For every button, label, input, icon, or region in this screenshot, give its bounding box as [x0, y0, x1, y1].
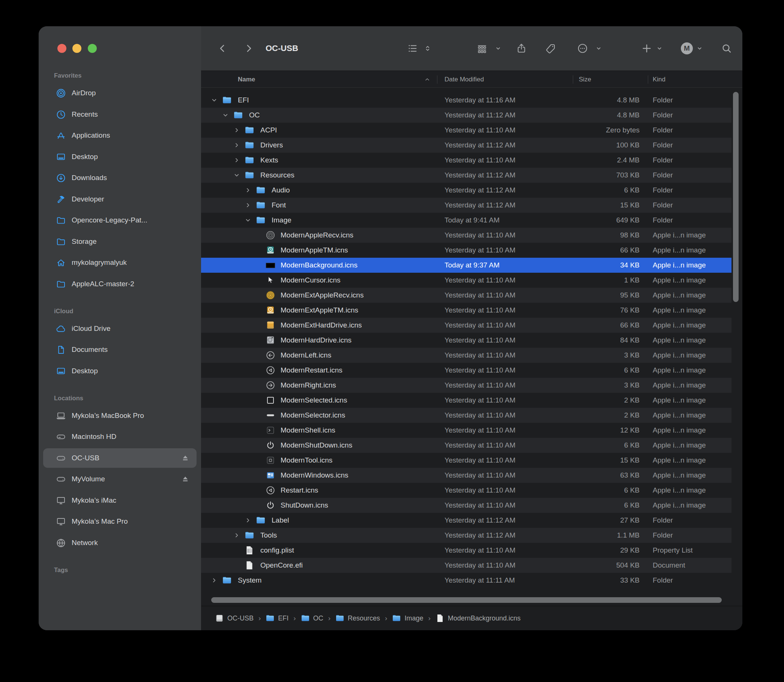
more-actions-chevron-icon[interactable] — [595, 45, 602, 52]
file-row-moderntool-icns[interactable]: ModernTool.icnsYesterday at 11:10 AM15 K… — [201, 453, 731, 468]
path-item-modernbackground-icns[interactable]: ModernBackground.icns — [435, 614, 521, 623]
file-row-modernappletm-icns[interactable]: ModernAppleTM.icnsYesterday at 11:10 AM6… — [201, 243, 731, 258]
group-by-chevron-icon[interactable] — [494, 45, 502, 52]
sidebar-item-opencore-legacy-pat[interactable]: Opencore-Legacy-Pat... — [43, 210, 196, 230]
file-row-modernshell-icns[interactable]: ModernShell.icnsYesterday at 11:10 AM12 … — [201, 423, 731, 438]
disclosure-triangle-icon[interactable] — [234, 158, 239, 163]
horizontal-scrollbar[interactable] — [211, 597, 722, 603]
share-icon[interactable] — [516, 43, 527, 54]
file-row-opencore-efi[interactable]: OpenCore.efiYesterday at 11:10 AM504 KBD… — [201, 558, 731, 573]
sidebar-item-downloads[interactable]: Downloads — [43, 168, 196, 188]
column-header-name[interactable]: Name — [238, 71, 255, 88]
new-item-chevron-icon[interactable] — [656, 45, 663, 52]
minimize-window-button[interactable] — [72, 44, 81, 53]
file-row-modernextappletm-icns[interactable]: ModernExtAppleTM.icnsYesterday at 11:10 … — [201, 303, 731, 318]
sidebar-item-applications[interactable]: Applications — [43, 126, 196, 145]
file-row-moderncursor-icns[interactable]: ModernCursor.icnsYesterday at 11:10 AM1 … — [201, 273, 731, 288]
avatar-chevron-icon[interactable] — [696, 45, 703, 52]
file-row-modernextharddrive-icns[interactable]: ModernExtHardDrive.icnsYesterday at 11:1… — [201, 318, 731, 333]
column-header-date-modified[interactable]: Date Modified — [445, 71, 484, 88]
sidebar-item-oc-usb[interactable]: OC-USB — [43, 448, 196, 468]
sidebar-item-storage[interactable]: Storage — [43, 232, 196, 251]
disclosure-triangle-icon[interactable] — [245, 218, 250, 223]
eject-icon[interactable] — [181, 475, 190, 484]
file-row-modernleft-icns[interactable]: ModernLeft.icnsYesterday at 11:10 AM3 KB… — [201, 348, 731, 363]
file-row-restart-icns[interactable]: Restart.icnsYesterday at 11:10 AM6 KBApp… — [201, 483, 731, 498]
sidebar-item-mykolagrymalyuk[interactable]: mykolagrymalyuk — [43, 253, 196, 272]
tag-icon[interactable] — [545, 43, 556, 54]
disclosure-triangle-icon[interactable] — [245, 518, 250, 523]
disclosure-triangle-icon[interactable] — [234, 172, 239, 178]
disclosure-triangle-icon[interactable] — [212, 578, 217, 583]
sidebar-item-desktop[interactable]: Desktop — [43, 147, 196, 167]
sidebar-item-mykola-s-imac[interactable]: Mykola’s iMac — [43, 491, 196, 510]
file-row-modernselector-icns[interactable]: ModernSelector.icnsYesterday at 11:10 AM… — [201, 408, 731, 423]
sidebar-item-mykola-s-mac-pro[interactable]: Mykola’s Mac Pro — [43, 512, 196, 531]
file-row-tools[interactable]: ToolsYesterday at 11:12 AM1.1 MBFolder — [201, 528, 731, 543]
disclosure-triangle-icon[interactable] — [245, 202, 250, 208]
file-row-drivers[interactable]: DriversYesterday at 11:12 AM100 KBFolder — [201, 138, 731, 153]
column-header-kind[interactable]: Kind — [653, 71, 666, 88]
file-row-modernapplerecv-icns[interactable]: ModernAppleRecv.icnsYesterday at 11:10 A… — [201, 228, 731, 243]
file-row-modernright-icns[interactable]: ModernRight.icnsYesterday at 11:10 AM3 K… — [201, 378, 731, 393]
disclosure-triangle-icon[interactable] — [234, 533, 239, 538]
view-sort-chevrons-icon[interactable] — [424, 45, 431, 52]
new-item-plus-icon[interactable] — [641, 43, 652, 54]
sidebar-item-desktop[interactable]: Desktop — [43, 361, 196, 381]
disclosure-triangle-icon[interactable] — [234, 127, 239, 133]
file-row-acpi[interactable]: ACPIYesterday at 11:10 AMZero bytesFolde… — [201, 123, 731, 138]
more-actions-icon[interactable] — [577, 43, 588, 54]
column-divider[interactable] — [437, 75, 437, 84]
file-row-efi[interactable]: EFIYesterday at 11:16 AM4.8 MBFolder — [201, 92, 731, 108]
sidebar-item-myvolume[interactable]: MyVolume — [43, 469, 196, 489]
search-icon[interactable] — [721, 43, 732, 54]
file-row-modernextapplerecv-icns[interactable]: ModernExtAppleRecv.icnsYesterday at 11:1… — [201, 288, 731, 303]
eject-icon[interactable] — [181, 454, 190, 462]
sidebar-item-airdrop[interactable]: AirDrop — [43, 83, 196, 103]
file-row-modernwindows-icns[interactable]: ModernWindows.icnsYesterday at 11:10 AM6… — [201, 468, 731, 483]
vertical-scrollbar[interactable] — [733, 92, 739, 302]
group-by-icon[interactable] — [476, 43, 488, 54]
list-view-icon[interactable] — [407, 43, 418, 54]
file-row-image[interactable]: ImageToday at 9:41 AM649 KBFolder — [201, 213, 731, 228]
file-row-oc[interactable]: OCYesterday at 11:12 AM4.8 MBFolder — [201, 108, 731, 123]
file-row-modernharddrive-icns[interactable]: ModernHardDrive.icnsYesterday at 11:10 A… — [201, 333, 731, 348]
forward-button[interactable] — [243, 43, 254, 54]
sidebar-item-network[interactable]: Network — [43, 533, 196, 553]
file-row-modernbackground-icns[interactable]: ModernBackground.icnsToday at 9:37 AM34 … — [201, 258, 731, 273]
path-item-image[interactable]: Image — [392, 614, 423, 623]
sidebar-item-developer[interactable]: Developer — [43, 190, 196, 209]
file-row-modernshutdown-icns[interactable]: ModernShutDown.icnsYesterday at 11:10 AM… — [201, 438, 731, 453]
path-item-efi[interactable]: EFI — [266, 614, 288, 623]
sidebar-item-recents[interactable]: Recents — [43, 105, 196, 124]
file-row-config-plist[interactable]: config.plistYesterday at 11:10 AM29 KBPr… — [201, 543, 731, 558]
path-item-oc-usb[interactable]: OC-USB — [215, 614, 253, 623]
close-window-button[interactable] — [57, 44, 66, 53]
path-item-resources[interactable]: Resources — [335, 614, 380, 623]
sidebar-item-documents[interactable]: Documents — [43, 340, 196, 359]
file-row-resources[interactable]: ResourcesYesterday at 11:12 AM703 KBFold… — [201, 168, 731, 183]
column-divider[interactable] — [648, 75, 648, 84]
file-row-modernrestart-icns[interactable]: ModernRestart.icnsYesterday at 11:10 AM6… — [201, 363, 731, 378]
column-divider[interactable] — [573, 75, 573, 84]
disclosure-triangle-icon[interactable] — [223, 113, 228, 118]
file-row-label[interactable]: LabelYesterday at 11:12 AM27 KBFolder — [201, 513, 731, 528]
back-button[interactable] — [217, 43, 228, 54]
sidebar-item-mykola-s-macbook-pro[interactable]: Mykola’s MacBook Pro — [43, 406, 196, 425]
sidebar-item-macintosh-hd[interactable]: Macintosh HD — [43, 427, 196, 446]
sidebar-item-applealc-master-2[interactable]: AppleALC-master-2 — [43, 274, 196, 294]
user-avatar[interactable]: M — [681, 42, 693, 54]
file-row-modernselected-icns[interactable]: ModernSelected.icnsYesterday at 11:10 AM… — [201, 393, 731, 408]
sidebar-item-icloud-drive[interactable]: iCloud Drive — [43, 319, 196, 338]
file-row-system[interactable]: SystemYesterday at 11:11 AM33 KBFolder — [201, 573, 731, 588]
file-row-font[interactable]: FontYesterday at 11:12 AM15 KBFolder — [201, 198, 731, 213]
path-item-oc[interactable]: OC — [301, 614, 323, 623]
column-header-size[interactable]: Size — [579, 71, 591, 88]
file-row-shutdown-icns[interactable]: ShutDown.icnsYesterday at 11:10 AM6 KBAp… — [201, 498, 731, 513]
file-row-audio[interactable]: AudioYesterday at 11:12 AM6 KBFolder — [201, 183, 731, 198]
disclosure-triangle-icon[interactable] — [234, 143, 239, 148]
zoom-window-button[interactable] — [88, 44, 97, 53]
file-row-kexts[interactable]: KextsYesterday at 11:10 AM2.4 MBFolder — [201, 153, 731, 168]
disclosure-triangle-icon[interactable] — [245, 188, 250, 193]
disclosure-triangle-icon[interactable] — [212, 97, 217, 103]
